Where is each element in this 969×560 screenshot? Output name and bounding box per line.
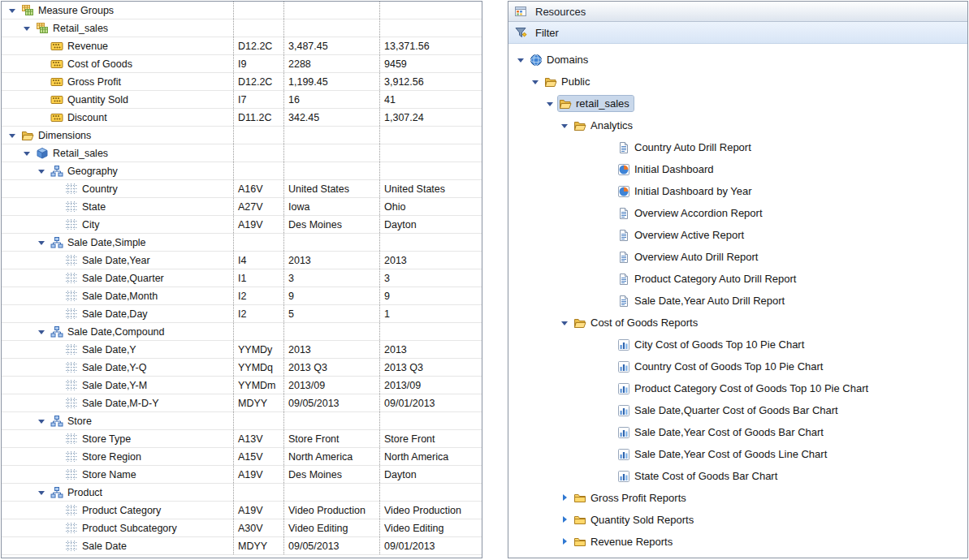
field-icon bbox=[65, 522, 78, 535]
tree-item[interactable]: Sale Date,Day bbox=[64, 306, 152, 321]
metadata-tree-cell: Cost of Goods bbox=[2, 55, 233, 72]
tree-item[interactable]: Public bbox=[543, 74, 594, 89]
tree-item[interactable]: Sale Date,Y-M bbox=[64, 377, 151, 393]
tree-item[interactable]: Sale Date,Y bbox=[64, 342, 141, 357]
tree-item[interactable]: Sale Date,Year Cost of Goods Line Chart bbox=[616, 446, 831, 462]
tree-item[interactable]: Product Category Cost of Goods Top 10 Pi… bbox=[616, 381, 872, 396]
sample-value-1-cell bbox=[283, 2, 379, 19]
collapse-toggle-icon[interactable] bbox=[36, 165, 50, 178]
tree-item[interactable]: Overview Active Report bbox=[616, 227, 748, 243]
tree-item[interactable]: Sale Date,Month bbox=[64, 288, 162, 304]
resource-row: Quantity Sold Reports bbox=[508, 509, 967, 531]
tree-item[interactable]: Revenue Reports bbox=[573, 534, 677, 549]
expand-toggle-icon[interactable] bbox=[559, 514, 573, 527]
tree-item[interactable]: Product Category Auto Drill Report bbox=[616, 271, 800, 286]
sample-value-2-cell bbox=[379, 323, 482, 340]
tree-item[interactable]: Product Category bbox=[64, 502, 165, 518]
collapse-toggle-icon[interactable] bbox=[36, 486, 50, 499]
tree-item[interactable]: Sale Date,Year Auto Drill Report bbox=[616, 293, 789, 308]
metadata-tree-cell: Retail_sales bbox=[2, 144, 233, 162]
tree-item[interactable]: Gross Profit bbox=[50, 74, 125, 89]
tree-item[interactable]: Quantity Sold Reports bbox=[573, 512, 698, 528]
filter-bar[interactable]: Filter bbox=[508, 22, 967, 44]
measure-group-icon bbox=[21, 4, 34, 17]
collapse-toggle-icon[interactable] bbox=[559, 317, 573, 330]
arrow-spacer bbox=[50, 433, 64, 446]
tree-item[interactable]: Gross Profit Reports bbox=[573, 490, 690, 506]
tree-item[interactable]: retail_sales bbox=[558, 96, 634, 111]
tree-item-label: Sale Date,Month bbox=[81, 291, 158, 302]
collapse-toggle-icon[interactable] bbox=[6, 4, 20, 17]
tree-item[interactable]: Measure Groups bbox=[20, 2, 118, 18]
expand-toggle-icon[interactable] bbox=[559, 536, 573, 549]
tree-item[interactable]: Country Auto Drill Report bbox=[616, 140, 755, 155]
tree-item-label: Sale Date bbox=[81, 541, 128, 552]
tree-item[interactable]: Product bbox=[50, 485, 106, 500]
tree-item[interactable]: Retail_sales bbox=[35, 145, 112, 161]
tree-item[interactable]: Overview Accordion Report bbox=[616, 205, 767, 221]
collapse-toggle-icon[interactable] bbox=[515, 54, 529, 67]
tree-item[interactable]: Sale Date bbox=[64, 538, 131, 554]
tree-item[interactable]: Discount bbox=[50, 110, 111, 125]
tree-item[interactable]: Product Subcategory bbox=[64, 520, 181, 536]
tree-item[interactable]: Cost of Goods bbox=[50, 56, 136, 71]
tree-item[interactable]: Store Type bbox=[64, 431, 135, 446]
tree-item[interactable]: Country Cost of Goods Top 10 Pie Chart bbox=[616, 359, 827, 374]
format-cell: YYMDm bbox=[233, 377, 283, 394]
tree-item[interactable]: Sale Date,Compound bbox=[50, 324, 169, 339]
collapse-toggle-icon[interactable] bbox=[559, 119, 573, 132]
tree-item[interactable]: Sale Date,Year bbox=[64, 252, 154, 268]
tree-item[interactable]: Geography bbox=[50, 163, 122, 179]
tree-item[interactable]: Sale Date,M-D-Y bbox=[64, 395, 162, 411]
collapse-toggle-icon[interactable] bbox=[530, 75, 543, 88]
tree-item[interactable]: Domains bbox=[529, 52, 592, 67]
sample-value-1-cell bbox=[283, 162, 379, 179]
collapse-toggle-icon[interactable] bbox=[36, 236, 50, 249]
tree-item[interactable]: Initial Dashboard bbox=[616, 162, 718, 177]
tree-item[interactable]: Sale Date,Y-Q bbox=[64, 360, 150, 375]
metadata-tree-cell: Sale Date,Y-M bbox=[2, 377, 233, 394]
tree-item[interactable]: Retail_sales bbox=[35, 20, 112, 36]
metadata-tree-cell: Product Category bbox=[2, 502, 233, 519]
collapse-toggle-icon[interactable] bbox=[36, 325, 50, 338]
expand-toggle-icon[interactable] bbox=[559, 492, 573, 505]
chart-icon bbox=[617, 404, 630, 417]
document-icon bbox=[617, 229, 630, 242]
tree-item[interactable]: Sale Date,Simple bbox=[50, 235, 150, 250]
resource-row: Overview Accordion Report bbox=[508, 202, 967, 224]
collapse-toggle-icon[interactable] bbox=[21, 147, 35, 160]
document-icon bbox=[617, 273, 630, 286]
tree-item[interactable]: City Cost of Goods Top 10 Pie Chart bbox=[616, 337, 808, 352]
tree-item[interactable]: State Cost of Goods Bar Chart bbox=[616, 468, 781, 484]
format-cell: I9 bbox=[233, 55, 283, 72]
tree-item[interactable]: Quantity Sold bbox=[50, 92, 132, 107]
tree-item[interactable]: State bbox=[64, 199, 110, 214]
collapse-toggle-icon[interactable] bbox=[6, 129, 20, 142]
collapse-toggle-icon[interactable] bbox=[544, 97, 558, 110]
sample-value-1-cell bbox=[283, 19, 379, 37]
sample-value-2-cell: 3 bbox=[379, 269, 482, 286]
tree-item[interactable]: Overview Auto Drill Report bbox=[616, 249, 762, 265]
tree-item[interactable]: Sale Date,Quarter Cost of Goods Bar Char… bbox=[616, 403, 842, 418]
tree-item[interactable]: Country bbox=[64, 181, 122, 196]
tree-item[interactable]: Dimensions bbox=[20, 127, 95, 143]
tree-item[interactable]: Store bbox=[50, 413, 96, 429]
tree-item[interactable]: Store Name bbox=[64, 467, 141, 482]
format-cell bbox=[233, 162, 283, 179]
collapse-toggle-icon[interactable] bbox=[36, 415, 50, 428]
tree-item[interactable]: Store Region bbox=[64, 449, 145, 464]
tree-item[interactable]: Cost of Goods Reports bbox=[573, 315, 702, 330]
sample-value-2-cell: 2013/09 bbox=[379, 377, 482, 394]
tree-item[interactable]: City bbox=[64, 217, 104, 232]
field-icon bbox=[65, 450, 78, 463]
tree-item[interactable]: Initial Dashboard by Year bbox=[616, 183, 756, 199]
tree-item[interactable]: Revenue bbox=[50, 38, 112, 54]
collapse-toggle-icon[interactable] bbox=[21, 22, 35, 35]
arrow-spacer bbox=[50, 379, 64, 392]
field-icon bbox=[65, 272, 78, 285]
tree-item[interactable]: Analytics bbox=[573, 118, 637, 133]
tree-item[interactable]: Sale Date,Quarter bbox=[64, 270, 168, 286]
tree-item-label: Geography bbox=[67, 166, 119, 177]
resource-row: City Cost of Goods Top 10 Pie Chart bbox=[508, 334, 967, 355]
tree-item[interactable]: Sale Date,Year Cost of Goods Bar Chart bbox=[616, 424, 828, 440]
